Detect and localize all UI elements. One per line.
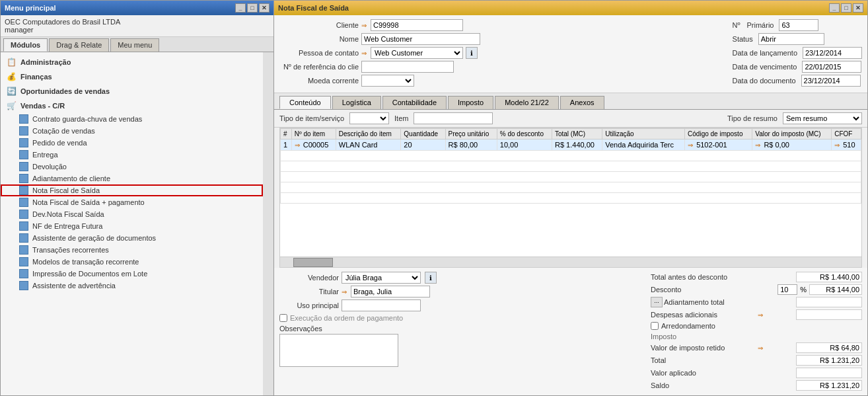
sidebar-item-contrato[interactable]: Contrato guarda-chuva de vendas [1, 113, 263, 125]
tab-conteudo[interactable]: Conteúdo [279, 96, 331, 109]
sidebar-item-transacoes[interactable]: Transações recorrentes [1, 244, 263, 256]
table-horizontal-scrollbar[interactable] [280, 257, 861, 267]
window-controls: _ □ ✕ [235, 3, 270, 13]
assistente-geracao-label: Assistente de geração de documentos [32, 234, 156, 242]
tab-anexos[interactable]: Anexos [560, 96, 604, 109]
documento-input[interactable] [801, 75, 861, 87]
pagamento-row: Execução da ordem de pagamento [279, 314, 640, 322]
adiantamento-label: Adiantamento de cliente [32, 175, 110, 182]
sidebar-item-pedido[interactable]: Pedido de venda [1, 137, 263, 149]
h-scroll-thumb[interactable] [293, 258, 333, 267]
titular-input[interactable] [351, 286, 430, 297]
documento-label: Data do documento [733, 77, 796, 85]
tab-modulos[interactable]: Módulos [3, 38, 48, 52]
pessoa-select[interactable]: Web Customer [371, 47, 463, 59]
sidebar-item-entrega[interactable]: Entrega [1, 149, 263, 161]
sidebar-item-nota-fiscal[interactable]: Nota Fiscal de Saída [1, 184, 263, 196]
uso-label: Uso principal [279, 301, 339, 309]
status-input[interactable] [758, 33, 824, 45]
right-minimize-btn[interactable]: _ [829, 3, 840, 13]
company-info: OEC Computadores do Brasil LTDA manager [1, 15, 273, 37]
ref-label: Nº de referência do clie [279, 63, 359, 71]
cell-cfof: ⇒ 510 [832, 139, 861, 151]
tab-drag-relate[interactable]: Drag & Relate [49, 38, 109, 52]
vendas-icon: 🛒 [6, 100, 17, 111]
imposto-arrow-icon: ⇒ [688, 141, 693, 149]
sidebar-item-impressao[interactable]: Impressão de Documentos em Lote [1, 268, 263, 280]
imposto-retido-value: R$ 64,80 [796, 342, 862, 353]
desconto-value: R$ 144,00 [809, 284, 862, 295]
ref-input[interactable] [361, 61, 454, 73]
right-close-btn[interactable]: ✕ [853, 3, 863, 13]
item-filter-input[interactable] [414, 112, 493, 124]
form-fields-right: Nº Primário Status Data de lançamento Da… [733, 19, 862, 89]
impressao-label: Impressão de Documentos em Lote [32, 270, 147, 278]
tipo-resumo-select[interactable]: Sem resumo [783, 112, 862, 124]
tab-logistica[interactable]: Logística [332, 96, 381, 109]
transacoes-icon [19, 245, 28, 255]
nf-entrega-label: NF de Entrega Futura [32, 222, 102, 230]
numero-row: Nº Primário [733, 19, 862, 31]
tab-meu-menu[interactable]: Meu menu [110, 38, 159, 52]
nome-input[interactable] [361, 33, 480, 45]
left-scrollbar[interactable] [263, 52, 273, 395]
numero-input[interactable] [779, 19, 818, 31]
modelos-transacao-label: Modelos de transação recorrente [32, 258, 139, 266]
right-panel-title: Nota Fiscal de Saída [278, 4, 349, 12]
nota-fiscal-pag-label: Nota Fiscal de Saída + pagamento [32, 198, 145, 206]
right-restore-btn[interactable]: □ [841, 3, 851, 13]
table-row[interactable]: 1 ⇒ C00005 WLAN Card 20 R$ 80,00 10,00 R… [281, 139, 861, 151]
cliente-input[interactable] [371, 19, 463, 31]
sidebar-item-nf-entrega[interactable]: NF de Entrega Futura [1, 220, 263, 232]
sidebar-item-adiantamento[interactable]: Adiantamento de cliente [1, 173, 263, 184]
oportunidades-label: Oportunidades de vendas [20, 87, 110, 95]
transacoes-label: Transações recorrentes [32, 246, 109, 254]
restore-btn[interactable]: □ [247, 3, 258, 13]
vencimento-input[interactable] [802, 61, 861, 73]
sidebar-item-financas[interactable]: 💰 Finanças [1, 69, 263, 84]
vendedor-select[interactable]: Júlia Braga [342, 272, 421, 284]
sidebar-item-oportunidades[interactable]: 🔄 Oportunidades de vendas [1, 84, 263, 99]
adiantamento-value [796, 297, 862, 307]
close-btn[interactable]: ✕ [259, 3, 270, 13]
pessoa-info-btn[interactable]: ℹ [466, 47, 478, 59]
cell-item-num: ⇒ C00005 [291, 139, 336, 151]
adiantamento-dots-btn[interactable]: ··· [651, 297, 663, 307]
sidebar-item-dev-nota[interactable]: Dev.Nota Fiscal Saída [1, 208, 263, 220]
assistente-geracao-icon [19, 233, 28, 243]
moeda-select[interactable] [361, 75, 414, 87]
right-titlebar: Nota Fiscal de Saída _ □ ✕ [274, 1, 867, 15]
arredondamento-checkbox[interactable] [651, 322, 659, 330]
col-item-num: Nº do item [291, 129, 336, 139]
lancamento-input[interactable] [803, 47, 862, 59]
table-scroll-area[interactable]: # Nº do item Descrição do item Quantidad… [280, 128, 861, 257]
sidebar-item-cotacao[interactable]: Cotação de vendas [1, 125, 263, 137]
sidebar-item-modelos-transacao[interactable]: Modelos de transação recorrente [1, 256, 263, 268]
cliente-label: Cliente [279, 21, 359, 29]
titular-row: Titular ⇒ [279, 286, 640, 297]
uso-input[interactable] [342, 299, 421, 311]
pagamento-label: Execução da ordem de pagamento [290, 314, 403, 322]
valor-imposto-arrow-icon: ⇒ [755, 141, 760, 149]
col-utilizacao: Utilização [602, 129, 685, 139]
tab-modelo[interactable]: Modelo 21/22 [495, 96, 559, 109]
vendedor-info-btn[interactable]: ℹ [425, 272, 437, 284]
imposto-retido-label: Valor de imposto retido [651, 344, 756, 352]
tipo-item-select[interactable] [349, 112, 389, 124]
sidebar-item-assistente-geracao[interactable]: Assistente de geração de documentos [1, 232, 263, 244]
sidebar-item-administracao[interactable]: 📋 Administração [1, 55, 263, 69]
nome-row: Nome [279, 33, 727, 45]
cell-desconto: 10,00 [497, 139, 552, 151]
sidebar-item-devolucao[interactable]: Devolução [1, 161, 263, 173]
sidebar-item-vendas[interactable]: 🛒 Vendas - C/R [1, 99, 263, 113]
modelos-transacao-icon [19, 257, 28, 266]
sidebar-item-assistente-adv[interactable]: Assistente de advertência [1, 280, 263, 292]
tab-contabilidade[interactable]: Contabilidade [382, 96, 447, 109]
pagamento-checkbox[interactable] [279, 314, 287, 322]
minimize-btn[interactable]: _ [235, 3, 246, 13]
observacoes-textarea[interactable] [279, 334, 398, 367]
sidebar-item-nota-fiscal-pag[interactable]: Nota Fiscal de Saída + pagamento [1, 196, 263, 208]
tab-imposto[interactable]: Imposto [448, 96, 493, 109]
desconto-pct-input[interactable] [778, 284, 797, 295]
contrato-icon [19, 114, 28, 124]
